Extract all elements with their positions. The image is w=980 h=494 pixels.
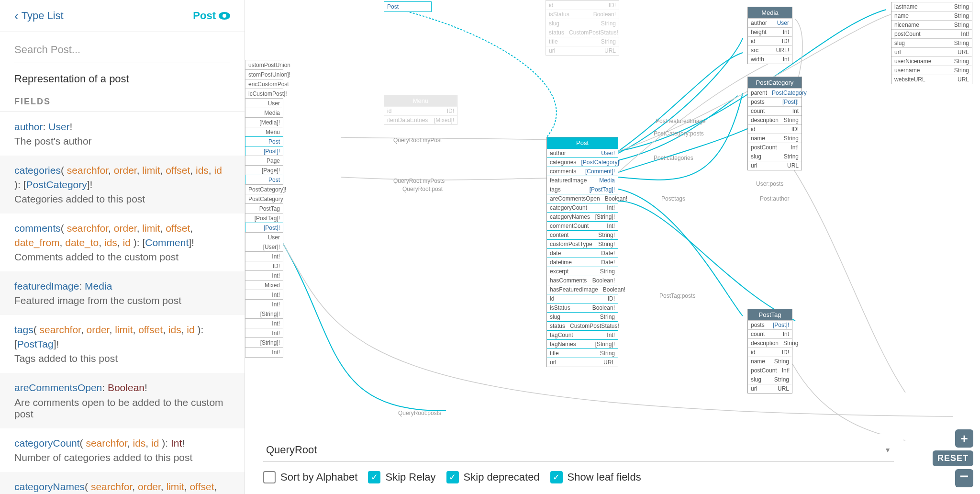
type-chip[interactable]: User [245,98,283,109]
node-field-row[interactable]: urlURL [748,161,802,170]
field-item[interactable]: areCommentsOpen: Boolean!Are comments op… [0,373,245,428]
node-field-row[interactable]: excerptString [547,267,618,276]
toggle-sort-alphabet[interactable]: Sort by Alphabet [263,471,357,483]
node-field-row[interactable]: categoryCountInt! [547,203,618,212]
node-field-row[interactable]: parentPostCategory [748,88,802,97]
toggle-skip-deprecated[interactable]: ✓ Skip deprecated [446,471,540,483]
graph-canvas[interactable]: Post idID!isStatusBoolean!slugStringstat… [245,0,980,494]
node-field-row[interactable]: customPostTypeString! [547,239,618,248]
type-chip[interactable]: Menu [245,127,283,137]
type-chip[interactable]: Page [245,156,283,166]
node-field-row[interactable]: countInt [748,329,792,338]
user-fragment-node[interactable]: lastnameStringnameStringnicenameStringpo… [891,2,972,84]
node-field-row[interactable]: comments[Comment]! [547,167,618,176]
node-field-row[interactable]: slugString [748,152,802,161]
node-field-row[interactable]: srcURL! [748,45,792,55]
type-chip[interactable]: PostTag [245,203,283,214]
node-field-row[interactable]: hasFeaturedImageBoolean! [547,285,618,294]
node-field-row[interactable]: slugString [748,375,792,384]
postcategory-node[interactable]: PostCategory parentPostCategoryposts[Pos… [747,77,802,170]
node-field-row[interactable]: datetimeDate! [547,258,618,267]
type-chip[interactable]: Int! [245,251,283,262]
mini-node-post[interactable]: Post [384,1,432,12]
node-field-row[interactable]: idID! [748,36,792,45]
node-field-row[interactable]: commentCountInt! [547,221,618,230]
node-field-row[interactable]: posts[Post]! [748,97,802,106]
node-field-row[interactable]: areCommentsOpenBoolean! [547,194,618,203]
type-chip[interactable]: Int! [245,347,283,358]
node-field-row[interactable]: statusCustomPostStatus! [547,321,618,330]
zoom-in-button[interactable]: + [955,429,973,448]
node-field-row[interactable]: widthInt [748,55,792,64]
node-field-row[interactable]: heightInt [748,27,792,36]
type-chip[interactable]: Int! [245,270,283,281]
zoom-out-button[interactable]: − [955,469,973,487]
search-input[interactable] [14,37,230,63]
node-field-row[interactable]: authorUser [748,18,792,27]
type-chip[interactable]: Int! [245,318,283,329]
field-item[interactable]: tags( searchfor, order, limit, offset, i… [0,315,245,373]
node-field-row[interactable]: urlURL [748,384,792,393]
post-node[interactable]: Post authorUser!categories[PostCategory]… [546,137,618,367]
node-field-row[interactable]: dateDate! [547,248,618,258]
type-chip[interactable]: Post [245,136,283,147]
type-chip[interactable]: [String]! [245,337,283,348]
type-chip[interactable]: [Page]! [245,165,283,176]
node-field-row[interactable]: urlURL [547,358,618,367]
type-chip[interactable]: [Media]! [245,117,283,128]
node-field-row[interactable]: idID! [748,124,802,134]
type-chip[interactable]: Media [245,108,283,118]
field-item[interactable]: author: User!The post's author [0,112,245,156]
type-chip[interactable]: ID! [245,261,283,271]
node-field-row[interactable]: tags[PostTag]! [547,185,618,194]
type-chip[interactable]: Post [245,175,283,185]
node-field-row[interactable]: isStatusBoolean! [547,303,618,312]
node-field-row[interactable]: postCountInt! [748,366,792,375]
node-field-row[interactable]: categoryNames[String]! [547,212,618,221]
type-chip[interactable]: Int! [245,299,283,310]
field-item[interactable]: categoryNames( searchfor, order, limit, … [0,472,245,494]
node-field-row[interactable]: descriptionString [748,338,792,348]
node-field-row[interactable]: contentString! [547,230,618,239]
type-chip[interactable]: [Post]! [245,223,283,233]
faded-custom-post-node[interactable]: idID!isStatusBoolean!slugStringstatusCus… [546,0,619,56]
type-chip[interactable]: PostCategory [245,194,283,204]
reset-button[interactable]: RESET [933,450,973,466]
node-field-row[interactable]: postCountInt! [748,143,802,152]
current-type-badge[interactable]: Post [193,10,230,22]
type-chip[interactable]: [User]! [245,242,283,252]
type-chip[interactable]: icCustomPost]! [245,89,283,99]
node-field-row[interactable]: idID! [748,348,792,357]
node-field-row[interactable]: idID! [547,294,618,303]
node-field-row[interactable]: authorUser! [547,148,618,157]
type-chip[interactable]: [Post]! [245,146,283,157]
node-field-row[interactable]: titleString [547,348,618,358]
node-field-row[interactable]: hasCommentsBoolean! [547,276,618,285]
type-chip[interactable]: PostCategory]! [245,184,283,195]
field-item[interactable]: comments( searchfor, order, limit, offse… [0,213,245,271]
type-chip[interactable]: stomPostUnion]! [245,69,283,80]
node-field-row[interactable]: posts[Post]! [748,320,792,329]
field-item[interactable]: categoryCount( searchfor, ids, id ): Int… [0,428,245,472]
node-field-row[interactable]: slugString [547,312,618,321]
node-field-row[interactable]: nameString [748,357,792,366]
node-field-row[interactable]: nameString [748,134,802,143]
root-type-select[interactable]: QueryRoot ▼ [263,439,894,461]
posttag-node[interactable]: PostTag posts[Post]!countIntdescriptionS… [747,309,792,393]
field-item[interactable]: categories( searchfor, order, limit, off… [0,156,245,213]
back-to-type-list[interactable]: ‹ Type List [14,10,64,22]
media-node[interactable]: Media authorUserheightIntidID!srcURL!wid… [747,7,792,64]
menu-node[interactable]: Menu idID!itemDataEntries[Mixed]! [384,95,457,125]
type-chip[interactable]: ericCustomPost [245,79,283,90]
toggle-show-leaf-fields[interactable]: ✓ Show leaf fields [550,471,641,483]
node-field-row[interactable]: descriptionString [748,115,802,124]
type-chip[interactable]: [PostTag]! [245,213,283,224]
type-chip[interactable]: Int! [245,290,283,300]
node-field-row[interactable]: countInt [748,106,802,115]
node-field-row[interactable]: featuredImageMedia [547,176,618,185]
node-field-row[interactable]: categories[PostCategory]! [547,157,618,167]
type-chip[interactable]: Int! [245,328,283,338]
type-chip[interactable]: User [245,232,283,243]
node-field-row[interactable]: tagNames[String]! [547,339,618,348]
fields-list[interactable]: author: User!The post's authorcategories… [0,112,245,494]
